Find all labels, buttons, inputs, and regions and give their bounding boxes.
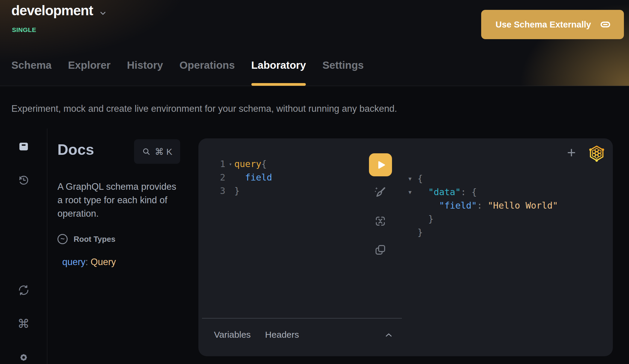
merge-fragments-button[interactable] (373, 214, 387, 228)
chevron-down-icon (99, 9, 107, 17)
prettify-query-button[interactable] (373, 185, 388, 200)
response-line: "field": "Hello World" (408, 199, 558, 212)
fold-toggle[interactable]: ▼ (408, 189, 417, 195)
laboratory-content: ⌘ Docs (0, 129, 629, 364)
docs-header: Docs ⌘ K (57, 139, 180, 164)
fold-toggle[interactable]: ▾ (227, 161, 234, 167)
response-line: } (408, 212, 558, 226)
keyboard-shortcuts-icon: ⌘ (18, 318, 30, 330)
tab-operations[interactable]: Operations (180, 59, 235, 86)
docs-panel: Docs ⌘ K A GraphQL schema provides a roo… (47, 129, 198, 364)
tab-settings[interactable]: Settings (322, 59, 364, 86)
root-types-section: ~ Root Types (57, 234, 180, 244)
variables-tab[interactable]: Variables (214, 330, 251, 340)
prettify-icon (373, 185, 388, 200)
use-schema-label: Use Schema Externally (496, 20, 591, 30)
docs-title: Docs (57, 139, 94, 157)
editor-footer-tabs: Variables Headers (214, 330, 299, 340)
tab-bar: Schema Explorer History Operations Labor… (11, 59, 364, 86)
headers-tab[interactable]: Headers (265, 330, 299, 340)
tab-explorer[interactable]: Explorer (68, 59, 110, 86)
page-title: development (11, 2, 93, 19)
response-line: } (408, 226, 558, 239)
history-sidebar-button[interactable] (17, 174, 31, 187)
response-line: ▼ "data": { (408, 185, 558, 199)
chevron-up-icon (383, 330, 394, 340)
execute-query-button[interactable] (369, 153, 392, 176)
root-types-icon: ~ (57, 234, 68, 244)
editor-line: 2 field (217, 171, 272, 184)
copy-query-button[interactable] (373, 243, 387, 257)
keyboard-shortcuts-button[interactable]: ⌘ (17, 317, 31, 330)
history-icon (18, 174, 30, 186)
laboratory-page: development SINGLE Use Schema Externally… (0, 0, 629, 364)
graphiql-sidebar: ⌘ (0, 129, 47, 364)
docs-sidebar-button[interactable] (17, 140, 31, 153)
play-icon (374, 158, 387, 172)
search-shortcut-label: ⌘ K (155, 146, 172, 157)
query-editor[interactable]: 1 ▾ query{ 2 field 3 } (217, 157, 272, 198)
fold-toggle[interactable]: ▼ (408, 176, 417, 182)
refetch-icon (18, 284, 30, 296)
laboratory-description: Experiment, mock and create live environ… (0, 86, 629, 129)
page-header: development SINGLE Use Schema Externally… (0, 0, 629, 86)
project-type-badge: SINGLE (12, 26, 36, 33)
copy-icon (373, 243, 387, 257)
collapse-footer-button[interactable] (383, 330, 394, 340)
tab-schema[interactable]: Schema (11, 59, 51, 86)
root-types-label: Root Types (74, 235, 116, 244)
editor-line: 1 ▾ query{ (217, 157, 272, 171)
editor-footer-divider (202, 318, 402, 319)
settings-icon (18, 351, 30, 363)
response-viewer: ▼ { ▼ "data": { "field": "Hello World" } (408, 172, 558, 239)
docs-search-button[interactable]: ⌘ K (134, 139, 180, 164)
docs-icon (18, 140, 30, 152)
refetch-schema-button[interactable] (17, 284, 31, 297)
add-tab-button[interactable]: + (567, 145, 576, 160)
settings-sidebar-button[interactable] (17, 351, 31, 364)
link-icon (599, 19, 611, 30)
merge-icon (373, 214, 387, 228)
root-type-query-link[interactable]: query: Query (57, 257, 180, 267)
hive-logo-icon[interactable] (588, 145, 605, 162)
search-icon (142, 147, 151, 156)
project-switcher-chevron[interactable] (99, 9, 107, 17)
tab-history[interactable]: History (127, 59, 163, 86)
tab-laboratory[interactable]: Laboratory (251, 59, 306, 86)
response-line: ▼ { (408, 172, 558, 185)
editor-line: 3 } (217, 184, 272, 198)
use-schema-externally-button[interactable]: Use Schema Externally (481, 10, 624, 39)
docs-intro-text: A GraphQL schema provides a root type fo… (57, 180, 180, 220)
graphiql-panel: 1 ▾ query{ 2 field 3 } (198, 138, 613, 356)
